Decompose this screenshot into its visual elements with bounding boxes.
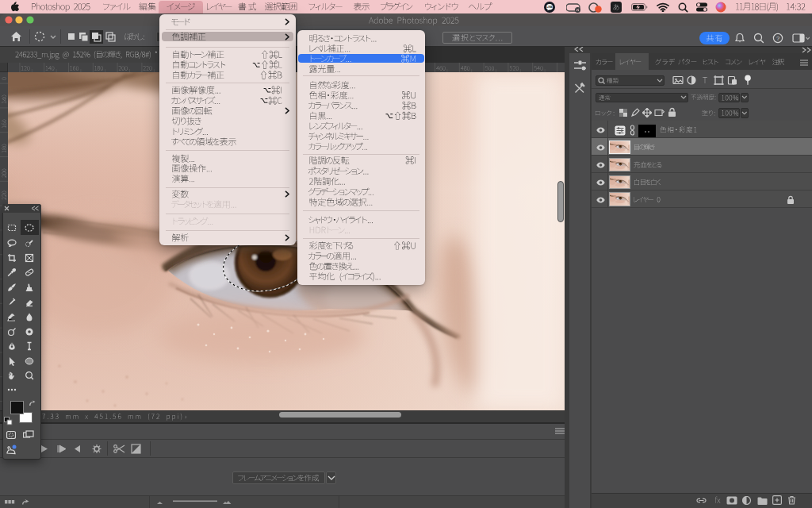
svg-text:LINE: LINE bbox=[546, 6, 553, 9]
svg-text:?: ? bbox=[776, 35, 779, 42]
